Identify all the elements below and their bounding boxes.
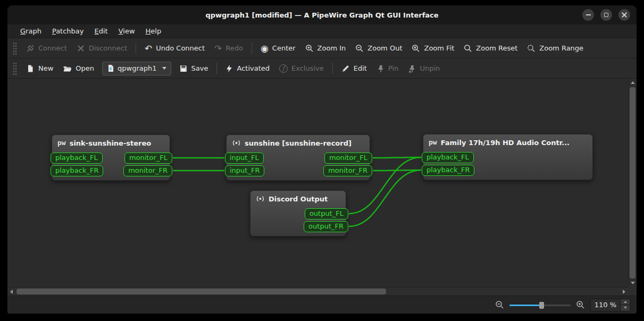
toolbar-patchbay: New Open qpwgraph1 Save Activated ƒ Excl… — [7, 58, 637, 79]
node-sunshine[interactable]: sunshine [sunshine-record] input_FL inpu… — [226, 134, 370, 181]
menu-graph[interactable]: Graph — [15, 26, 47, 37]
zoom-slider-handle[interactable] — [539, 302, 544, 309]
arrow-left-icon — [10, 290, 13, 294]
scroll-right-button[interactable] — [620, 288, 628, 295]
close-icon — [622, 12, 627, 18]
exclusive-button[interactable]: ƒ Exclusive — [274, 61, 329, 76]
zoom-value[interactable]: 110 % — [591, 299, 620, 311]
connect-icon — [26, 44, 35, 53]
close-button[interactable] — [618, 9, 630, 21]
zoom-reset-button[interactable]: Zoom Reset — [459, 41, 522, 56]
menu-patchbay[interactable]: Patchbay — [47, 26, 89, 37]
port-playback-fl[interactable]: playback_FL — [422, 152, 474, 163]
graph-viewport[interactable]: pw sink-sunshine-stereo playback_FL play… — [7, 79, 628, 287]
vertical-scroll-thumb[interactable] — [630, 87, 635, 278]
port-output-fl[interactable]: output_FL — [305, 208, 348, 219]
node-title: Discord Output — [269, 195, 328, 203]
zoom-in-mini-icon[interactable] — [576, 300, 585, 309]
port-output-fr[interactable]: output_FR — [304, 221, 348, 232]
unpin-button[interactable]: Unpin — [403, 61, 445, 76]
connect-button[interactable]: Connect — [21, 41, 72, 56]
monitor-icon — [256, 195, 265, 203]
scroll-left-button[interactable] — [7, 288, 15, 295]
activated-icon — [225, 64, 233, 73]
scroll-down-button[interactable] — [629, 279, 637, 287]
scroll-up-button[interactable] — [629, 79, 637, 87]
activated-button[interactable]: Activated — [221, 61, 274, 76]
node-title-bar[interactable]: pw sink-sunshine-stereo — [52, 135, 170, 151]
node-family-hd-audio[interactable]: pw Family 17h/19h HD Audio Contr... play… — [423, 134, 593, 180]
redo-icon: ↷ — [214, 44, 222, 53]
port-monitor-fr[interactable]: monitor_FR — [123, 165, 172, 176]
new-file-icon — [26, 64, 35, 73]
patchbay-select[interactable]: qpwgraph1 — [102, 62, 171, 75]
undo-connect-button[interactable]: ↶ Undo Connect — [140, 41, 210, 56]
minimize-button[interactable] — [582, 9, 594, 21]
edit-button[interactable]: Edit — [337, 61, 372, 76]
disconnect-icon — [77, 44, 85, 53]
node-title: sink-sunshine-stereo — [70, 139, 152, 147]
zoom-spin-up-button[interactable] — [621, 299, 630, 306]
toolbar-grip[interactable] — [13, 62, 17, 75]
center-icon: ◉ — [261, 44, 269, 53]
toolbar-grip[interactable] — [13, 42, 17, 55]
exclusive-icon: ƒ — [279, 64, 288, 73]
port-input-fl[interactable]: input_FL — [225, 153, 264, 164]
port-playback-fr[interactable]: playback_FR — [51, 165, 103, 176]
node-title-bar[interactable]: Discord Output — [250, 191, 346, 207]
zoom-slider-fill — [509, 305, 541, 306]
node-sink-sunshine-stereo[interactable]: pw sink-sunshine-stereo playback_FL play… — [52, 134, 170, 181]
node-discord-output[interactable]: Discord Output output_FL output_FR — [250, 190, 346, 236]
disconnect-button[interactable]: Disconnect — [72, 41, 132, 56]
toolbar-separator — [332, 63, 333, 74]
zoom-spin-down-button[interactable] — [621, 305, 630, 311]
wire-sunshine-to-family-fr — [373, 170, 421, 171]
undo-icon: ↶ — [145, 44, 152, 53]
zoom-spinbox[interactable]: 110 % — [590, 299, 630, 311]
window-title: qpwgraph1 [modified] — A PipeWire Graph … — [205, 11, 438, 19]
monitor-icon — [232, 139, 241, 147]
arrow-up-icon — [631, 81, 635, 84]
title-bar[interactable]: qpwgraph1 [modified] — A PipeWire Graph … — [7, 5, 637, 24]
open-button[interactable]: Open — [58, 61, 99, 76]
center-button[interactable]: ◉ Center — [256, 41, 300, 56]
zoom-fit-button[interactable]: Zoom Fit — [407, 41, 459, 56]
arrow-down-icon — [631, 282, 635, 284]
port-monitor-fr[interactable]: monitor_FR — [323, 165, 372, 176]
zoom-range-icon — [527, 44, 536, 53]
scrollbar-corner — [628, 287, 637, 295]
zoom-out-icon — [355, 44, 364, 53]
zoom-out-button[interactable]: Zoom Out — [350, 41, 407, 56]
maximize-button[interactable] — [600, 9, 612, 21]
toolbar-separator — [252, 43, 252, 54]
menu-edit[interactable]: Edit — [89, 26, 113, 37]
zoom-range-button[interactable]: Zoom Range — [522, 41, 588, 56]
horizontal-scrollbar[interactable] — [7, 287, 628, 295]
zoom-out-mini-icon[interactable] — [495, 300, 504, 309]
zoom-in-button[interactable]: Zoom In — [300, 41, 351, 56]
edit-icon — [341, 64, 350, 73]
zoom-reset-icon — [464, 44, 472, 53]
pipewire-icon: pw — [429, 139, 437, 146]
menu-view[interactable]: View — [113, 26, 140, 37]
new-button[interactable]: New — [21, 61, 58, 76]
port-playback-fl[interactable]: playback_FL — [51, 153, 103, 164]
horizontal-scroll-thumb[interactable] — [16, 289, 386, 294]
redo-button[interactable]: ↷ Redo — [210, 41, 248, 56]
zoom-slider[interactable] — [509, 300, 571, 310]
pin-button[interactable]: Pin — [372, 61, 403, 76]
menu-help[interactable]: Help — [140, 26, 167, 37]
maximize-icon — [604, 13, 608, 17]
port-monitor-fl[interactable]: monitor_FL — [324, 153, 372, 164]
node-title-bar[interactable]: pw Family 17h/19h HD Audio Contr... — [423, 134, 592, 150]
port-monitor-fl[interactable]: monitor_FL — [124, 153, 172, 164]
node-title: sunshine [sunshine-record] — [245, 139, 352, 147]
menu-bar: Graph Patchbay Edit View Help — [7, 24, 637, 38]
port-playback-fr[interactable]: playback_FR — [422, 165, 474, 176]
node-title-bar[interactable]: sunshine [sunshine-record] — [227, 135, 370, 151]
unpin-icon — [408, 64, 416, 73]
toolbar-separator — [136, 43, 136, 54]
port-input-fr[interactable]: input_FR — [225, 165, 264, 176]
vertical-scrollbar[interactable] — [628, 79, 637, 287]
save-button[interactable]: Save — [174, 61, 213, 76]
